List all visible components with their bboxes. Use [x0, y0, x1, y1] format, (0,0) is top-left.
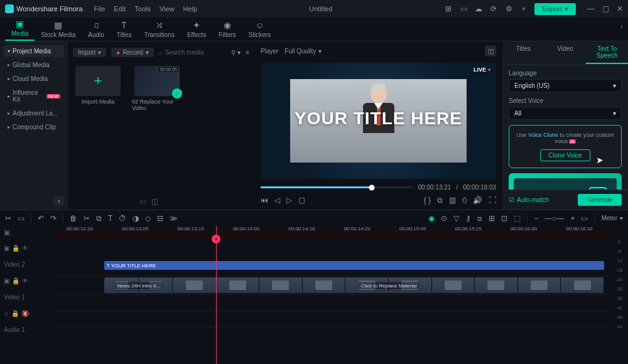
sidebar-item-global-media[interactable]: ▸Global Media	[4, 59, 64, 71]
sidebar-item-compound-clip[interactable]: ▸Compound Clip	[4, 121, 64, 133]
detach-icon[interactable]: ⊟	[157, 214, 163, 223]
intro-clip[interactable]: News 24H intro 0...	[104, 277, 173, 293]
text-icon[interactable]: T	[108, 214, 112, 223]
step-back-button[interactable]: ◁	[274, 196, 280, 205]
marker-icon[interactable]: ▽	[453, 214, 459, 223]
sidebar-collapse-button[interactable]: ‹	[54, 196, 64, 206]
snap-icon[interactable]: ⊞	[489, 214, 495, 223]
sidebar-item-influence-kit[interactable]: ▸Influence KitNEW	[4, 87, 64, 105]
prev-frame-button[interactable]: ⏮	[261, 196, 268, 205]
play-button[interactable]: ▷	[286, 196, 292, 205]
split-button[interactable]: ✂	[84, 214, 90, 223]
redo-button[interactable]: ↷	[50, 214, 57, 223]
export-button[interactable]: Export▾	[534, 3, 576, 15]
filter-icon[interactable]: ⚲ ▾	[231, 49, 241, 56]
menu-edit[interactable]: Edit	[114, 5, 126, 13]
track-settings-icon[interactable]: ▣	[0, 226, 14, 239]
lock-icon[interactable]: 🔒	[12, 245, 19, 252]
folder-icon[interactable]: ▭	[139, 197, 146, 206]
voice-select[interactable]: All▾	[509, 107, 622, 120]
scrubber-track[interactable]	[261, 186, 413, 188]
undo-button[interactable]: ↶	[38, 214, 44, 223]
color-icon[interactable]: ◑	[133, 214, 139, 223]
magnet-icon[interactable]: ⬚	[514, 214, 521, 223]
meter-dropdown[interactable]: Meter▾	[601, 215, 623, 222]
tracks-area[interactable]: 00:00:12:20 00:00:13:05 00:00:13:15 00:0…	[55, 226, 610, 364]
minimize-button[interactable]: —	[587, 4, 595, 13]
playhead[interactable]: ✕	[216, 226, 217, 364]
tab-text-to-speech[interactable]: Text To Speech	[586, 41, 628, 64]
speed-icon[interactable]: ⏱	[119, 214, 126, 223]
crop-icon[interactable]: ⧉	[96, 214, 102, 223]
tab-media[interactable]: ▣Media	[5, 18, 35, 41]
tab-titles[interactable]: TTitles	[111, 19, 138, 41]
mark-in-button[interactable]: { }	[424, 196, 431, 205]
voice-clone-link[interactable]: Voice Clone	[528, 132, 558, 138]
sidebar-item-cloud-media[interactable]: ▸Cloud Media	[4, 73, 64, 85]
mute-icon[interactable]: 🔇	[21, 310, 29, 317]
group-icon[interactable]: ⧈	[477, 214, 482, 223]
language-select[interactable]: English (US)▾	[509, 79, 622, 92]
select-tool-icon[interactable]: ▭	[18, 214, 24, 223]
ai-icon[interactable]: ◉	[428, 214, 435, 223]
link-icon[interactable]: ⊡	[501, 214, 507, 223]
settings-icon[interactable]: ⚙	[504, 4, 513, 13]
zoom-in-button[interactable]: +	[570, 214, 575, 223]
automatch-checkbox[interactable]: ☑Auto-match	[509, 196, 549, 203]
import-dropdown[interactable]: Import▾	[73, 48, 106, 57]
tab-titles[interactable]: Titles	[502, 41, 544, 64]
sort-icon[interactable]: ≡	[246, 49, 249, 56]
record-icon[interactable]: ⊙	[441, 214, 447, 223]
eye-icon[interactable]: 👁	[22, 245, 28, 252]
time-ruler[interactable]: 00:00:12:20 00:00:13:05 00:00:13:15 00:0…	[55, 226, 610, 240]
title-clip[interactable]: TYOUR TITLE HERE	[104, 261, 604, 270]
lock-icon[interactable]: ⚷	[465, 214, 471, 223]
tab-transitions[interactable]: ⤭Transitions	[138, 19, 181, 41]
refresh-icon[interactable]: ⟳	[489, 4, 498, 13]
tab-effects[interactable]: ✦Effects	[181, 19, 212, 41]
clone-voice-button[interactable]: Clone Voice	[540, 149, 590, 161]
close-button[interactable]: ✕	[617, 4, 623, 13]
delete-button[interactable]: 🗑	[70, 214, 77, 223]
crop-button[interactable]: ⧉	[437, 196, 443, 205]
menu-file[interactable]: File	[94, 5, 106, 13]
snapshot-button[interactable]: ⎙	[462, 196, 467, 205]
tab-stock-media[interactable]: ▦Stock Media	[35, 19, 82, 41]
grid-button[interactable]: ▥	[449, 196, 456, 205]
render-icon[interactable]: ▭	[581, 214, 588, 223]
eye-icon[interactable]: 👁	[22, 277, 28, 284]
lock-icon[interactable]: 🔒	[12, 277, 19, 284]
keyframe-icon[interactable]: ◇	[145, 214, 151, 223]
video-icon[interactable]: ▣	[4, 277, 9, 284]
video-icon[interactable]: ▣	[4, 245, 9, 252]
tag-icon[interactable]: ◫	[151, 197, 158, 206]
scrubber-handle[interactable]	[369, 185, 375, 190]
main-clip[interactable]: Click to Replace Material	[173, 277, 604, 293]
stop-button[interactable]: ▢	[298, 196, 305, 205]
menu-view[interactable]: View	[160, 5, 175, 13]
import-media-card[interactable]: + Import Media	[73, 66, 123, 111]
tab-video[interactable]: Video	[544, 41, 587, 64]
zoom-out-button[interactable]: −	[534, 214, 538, 223]
video-track-2[interactable]	[55, 295, 610, 311]
audio-track[interactable]	[55, 311, 610, 328]
video-track[interactable]: News 24H intro 0... Click to Replace Mat…	[55, 276, 610, 295]
record-dropdown[interactable]: ●Record▾	[111, 48, 153, 57]
preview-viewport[interactable]: YOUR TITLE HERE LIVE ●	[261, 63, 496, 179]
quality-dropdown[interactable]: Full Quality▾	[284, 48, 322, 55]
layout-icon[interactable]: ⊞	[444, 4, 453, 13]
account-icon[interactable]: ⚬	[519, 4, 528, 13]
more-icon[interactable]: ≫	[170, 214, 178, 223]
media-card[interactable]: 00:00:05 ✓ 02 Replace Your Video	[132, 66, 182, 111]
title-track[interactable]: TYOUR TITLE HERE	[55, 260, 610, 276]
sidebar-item-project-media[interactable]: ▾Project Media	[4, 45, 64, 57]
toolbar-collapse[interactable]: ›	[620, 23, 623, 30]
tab-audio[interactable]: ♫Audio	[82, 19, 111, 41]
audio-icon[interactable]: ♫	[4, 310, 9, 317]
volume-button[interactable]: 🔊	[473, 196, 482, 205]
crop-tool-icon[interactable]: ✂	[5, 214, 11, 223]
lock-icon[interactable]: 🔒	[11, 310, 19, 317]
image-icon[interactable]: ◫	[485, 45, 496, 56]
sidebar-item-adjustment-layer[interactable]: ▸Adjustment La...	[4, 107, 64, 119]
tab-stickers[interactable]: ☺Stickers	[242, 19, 278, 41]
